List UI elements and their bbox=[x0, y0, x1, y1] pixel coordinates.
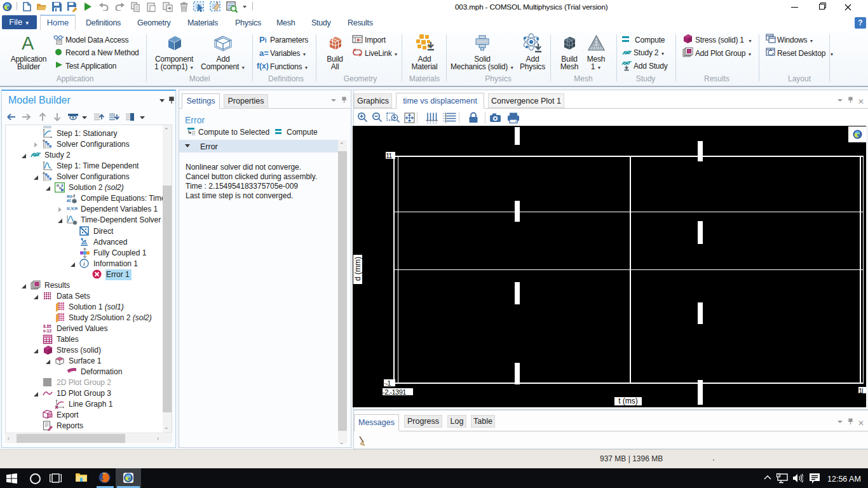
svg-text:au-f: au-f bbox=[67, 194, 76, 198]
svg-text:at: at bbox=[67, 198, 71, 203]
svg-text:e-12: e-12 bbox=[43, 329, 51, 333]
svg-text:u,v,w: u,v,w bbox=[67, 205, 78, 211]
svg-text:8.85: 8.85 bbox=[43, 324, 51, 329]
